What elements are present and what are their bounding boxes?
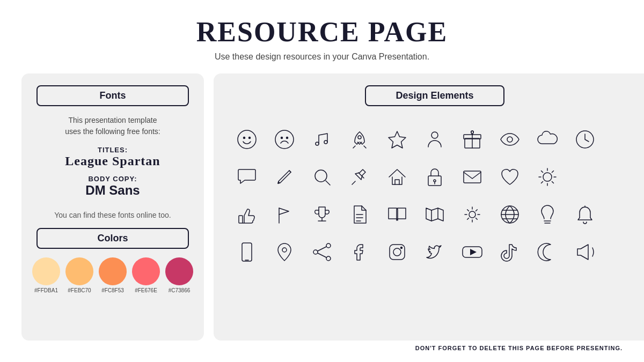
star-icon — [380, 122, 414, 157]
svg-rect-29 — [390, 245, 405, 260]
svg-point-27 — [326, 256, 331, 261]
titles-font-entry: TITLES: League Spartan — [65, 146, 160, 168]
svg-rect-18 — [464, 171, 481, 183]
moon-icon — [530, 235, 565, 269]
svg-point-0 — [238, 130, 256, 149]
empty-4 — [605, 197, 640, 232]
fonts-description: This presentation templateuses the follo… — [65, 115, 160, 137]
thumbsup-icon — [230, 197, 264, 232]
color-swatch-ffdba1 — [32, 257, 60, 285]
body-font-entry: BODY COPY: DM Sans — [85, 175, 140, 198]
speech-bubble-icon — [230, 160, 264, 194]
pencil-icon — [267, 160, 302, 194]
svg-point-10 — [431, 132, 438, 138]
color-hex-5: #C73866 — [169, 287, 191, 293]
bulb-icon — [530, 197, 565, 232]
search-icon — [305, 160, 339, 194]
color-swatch-febc70 — [65, 257, 93, 285]
empty-3 — [605, 160, 640, 194]
svg-rect-24 — [242, 243, 252, 261]
main-content: Fonts This presentation templateuses the… — [21, 73, 623, 341]
color-hex-4: #FE676E — [135, 287, 157, 293]
smile-icon — [230, 122, 264, 157]
icons-grid — [230, 122, 640, 269]
flag-icon — [267, 197, 302, 232]
design-elements-label: Design Elements — [365, 85, 504, 106]
bell-icon — [568, 197, 602, 232]
titles-label: TITLES: — [65, 146, 160, 154]
svg-point-15 — [315, 170, 327, 182]
left-panel: Fonts This presentation templateuses the… — [21, 73, 204, 341]
swatch-4: #FE676E — [132, 257, 160, 293]
sun-icon — [530, 160, 565, 194]
svg-point-28 — [313, 250, 318, 254]
svg-point-26 — [326, 243, 331, 248]
body-font-name: DM Sans — [85, 183, 140, 198]
facebook-icon — [342, 235, 377, 269]
svg-point-6 — [316, 142, 319, 145]
color-hex-1: #FFDBA1 — [34, 287, 58, 293]
svg-point-7 — [324, 141, 327, 144]
svg-point-25 — [282, 248, 287, 252]
trophy-icon — [305, 197, 339, 232]
pin-icon — [342, 160, 377, 194]
color-swatches: #FFDBA1 #FEBC70 #FC8F53 #FE676E #C73866 — [36, 257, 189, 293]
youtube-icon — [455, 235, 489, 269]
swatch-5: #C73866 — [165, 257, 193, 293]
svg-marker-33 — [470, 249, 477, 255]
heart-icon — [493, 160, 527, 194]
home-icon — [380, 160, 414, 194]
svg-point-4 — [281, 137, 283, 139]
book-icon — [380, 197, 414, 232]
color-swatch-fe676e — [132, 257, 160, 285]
document-icon — [342, 197, 377, 232]
rocket-icon — [342, 122, 377, 157]
envelope-icon — [455, 160, 489, 194]
fonts-note: You can find these fonts online too. — [54, 211, 171, 219]
svg-point-13 — [507, 137, 513, 142]
svg-point-3 — [275, 130, 294, 149]
svg-point-31 — [401, 247, 402, 249]
twitter-icon — [418, 235, 452, 269]
sad-icon — [267, 122, 302, 157]
share-icon — [305, 235, 339, 269]
empty-1 — [605, 122, 640, 157]
page-title: RESOURCE PAGE — [196, 16, 448, 48]
map-icon — [418, 197, 452, 232]
megaphone-icon — [568, 235, 602, 269]
svg-point-5 — [287, 137, 288, 139]
svg-marker-9 — [389, 131, 406, 148]
svg-point-30 — [393, 248, 401, 256]
colors-label: Colors — [36, 228, 189, 249]
gift-icon — [455, 122, 489, 157]
cloud-icon — [530, 122, 565, 157]
fonts-label: Fonts — [36, 85, 189, 106]
person-icon — [418, 122, 452, 157]
empty-5 — [605, 235, 640, 269]
right-panel: Design Elements — [214, 73, 644, 341]
color-hex-2: #FEBC70 — [68, 287, 91, 293]
svg-point-22 — [469, 211, 475, 218]
eye-icon — [493, 122, 527, 157]
page-subtitle: Use these design resources in your Canva… — [215, 52, 429, 62]
globe-icon — [493, 197, 527, 232]
footer-note: DON'T FORGET TO DELETE THIS PAGE BEFORE … — [21, 345, 623, 351]
gear-icon — [455, 197, 489, 232]
tiktok-icon — [493, 235, 527, 269]
instagram-icon — [380, 235, 414, 269]
swatch-1: #FFDBA1 — [32, 257, 60, 293]
music-icon — [305, 122, 339, 157]
empty-2 — [568, 160, 602, 194]
lock-icon — [418, 160, 452, 194]
svg-point-19 — [543, 173, 552, 181]
color-swatch-c73866 — [165, 257, 193, 285]
colors-section: Colors #FFDBA1 #FEBC70 #FC8F53 #FE676E — [36, 228, 189, 293]
clock-icon — [568, 122, 602, 157]
svg-point-8 — [358, 136, 361, 139]
svg-marker-21 — [426, 208, 443, 221]
color-hex-3: #FC8F53 — [101, 287, 124, 293]
titles-font-name: League Spartan — [65, 154, 160, 168]
color-swatch-fc8f53 — [99, 257, 127, 285]
swatch-3: #FC8F53 — [99, 257, 127, 293]
phone-icon — [230, 235, 264, 269]
